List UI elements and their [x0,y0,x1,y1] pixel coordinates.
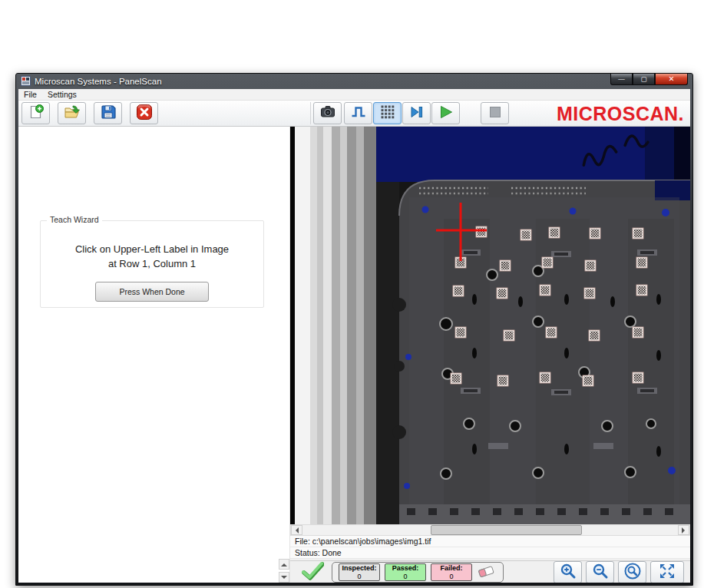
passed-value: 0 [385,573,425,580]
inspected-label: Inspected: [339,564,379,573]
pcb-board [392,180,690,524]
open-folder-icon [64,104,81,123]
window-title: Microscan Systems - PanelScan [35,77,162,86]
expand-arrows-icon [658,562,676,583]
play-icon [438,104,454,123]
toolbar-separator [310,102,311,124]
zoom-out-button[interactable] [586,561,614,583]
file-info: File: c:\panelscan\jobs\images\img1.tif [290,536,690,547]
close-button[interactable]: ✕ [655,74,688,85]
scroll-right-arrow[interactable] [678,525,689,535]
hscroll-thumb[interactable] [431,525,582,535]
failed-value: 0 [431,573,471,580]
app-window: Microscan Systems - PanelScan — ▢ ✕ File… [15,73,693,586]
step-forward-icon [408,104,425,123]
passed-label: Passed: [385,564,425,573]
image-viewer [290,127,690,524]
left-panel-vscrollbar[interactable] [279,559,289,583]
pcb-image[interactable] [290,127,690,524]
minimize-button[interactable]: — [610,74,633,85]
teach-wizard-groupbox: Teach Wizard Click on Upper-Left Label i… [40,220,264,308]
result-check-icon [301,560,324,583]
trigger-pulse-icon [350,104,367,123]
zoom-fit-button[interactable] [618,561,646,583]
menu-bar: File Settings [18,89,690,101]
passed-box: Passed: 0 [385,563,426,581]
menu-settings[interactable]: Settings [42,89,82,101]
new-job-button[interactable] [21,102,50,124]
zoom-in-icon [559,562,577,583]
microscan-logo: MICROSCAN. [557,103,684,125]
teach-wizard-panel: Teach Wizard Click on Upper-Left Label i… [18,127,290,583]
wizard-instruction-line1: Click on Upper-Left Label in Image [41,243,263,257]
stop-button[interactable] [481,102,509,124]
step-button[interactable] [402,102,431,124]
scroll-left-arrow[interactable] [291,525,302,535]
zoom-controls [554,561,684,583]
press-when-done-button[interactable]: Press When Done [95,282,209,302]
scroll-up-arrow[interactable] [279,559,289,570]
exit-icon [136,104,153,123]
maximize-button[interactable]: ▢ [633,74,655,85]
results-group: Inspected: 0 Passed: 0 Failed: 0 [332,562,504,583]
status-info: Status: Done [290,547,690,559]
save-icon [100,104,117,123]
exit-button[interactable] [130,102,158,124]
client-area: File Settings [18,89,690,583]
teach-wizard-caption: Teach Wizard [47,215,102,224]
scroll-down-arrow[interactable] [279,572,289,583]
menu-file[interactable]: File [18,89,42,101]
status-bar: Inspected: 0 Passed: 0 Failed: 0 [290,560,690,583]
title-bar: Microscan Systems - PanelScan — ▢ ✕ [16,74,692,89]
wizard-instruction-line2: at Row 1, Column 1 [41,257,263,272]
zoom-out-icon [591,562,610,583]
inspected-box: Inspected: 0 [339,563,380,581]
toolbar: MICROSCAN. [18,101,690,127]
snapshot-button[interactable] [313,102,342,124]
zoom-in-button[interactable] [554,561,582,583]
expand-view-button[interactable] [650,561,684,583]
new-document-icon [28,104,45,123]
scan-stripes [290,127,399,524]
app-icon [21,76,31,88]
zoom-fit-icon [623,562,642,583]
failed-box: Failed: 0 [431,563,472,581]
inspected-value: 0 [339,573,379,580]
clear-results-button[interactable] [477,563,497,581]
camera-icon [319,104,336,123]
stop-icon [487,104,504,123]
open-job-button[interactable] [58,102,86,124]
grid-button[interactable] [373,102,402,124]
eraser-icon [477,563,497,581]
grid-icon [379,104,396,123]
image-hscrollbar[interactable] [290,524,690,536]
window-controls: — ▢ ✕ [610,74,688,85]
trigger-button[interactable] [344,102,372,124]
failed-label: Failed: [431,564,471,573]
run-button[interactable] [431,102,460,124]
save-job-button[interactable] [94,102,122,124]
